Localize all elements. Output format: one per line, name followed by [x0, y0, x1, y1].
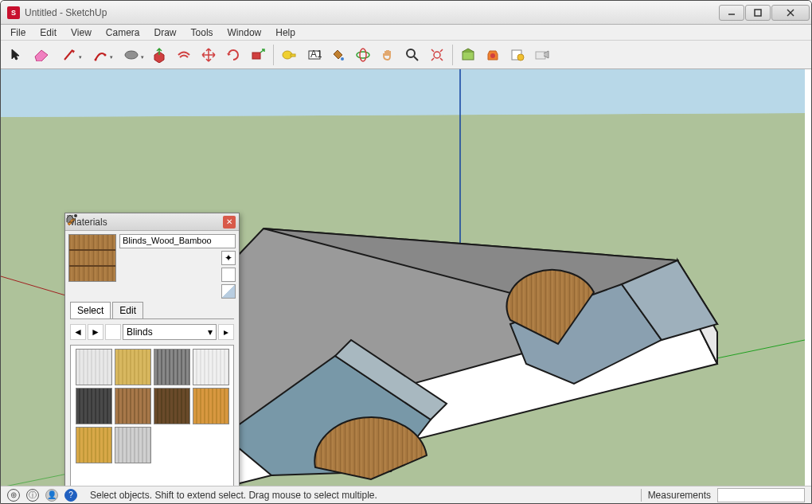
swatch-blinds-grey-slat[interactable]: [154, 349, 190, 385]
line-tool[interactable]: ▾: [55, 44, 84, 66]
svg-rect-45: [69, 249, 115, 251]
viewport-3d[interactable]: Materials ✕ Blinds_Wood_Bamboo ✦: [1, 69, 811, 486]
help-icon[interactable]: ?: [64, 489, 77, 502]
toolbar: ▾ ▾ ▾ A1: [1, 41, 811, 69]
svg-point-19: [490, 53, 495, 58]
panel-title-text: Materials: [68, 217, 223, 228]
svg-text:A1: A1: [310, 49, 322, 60]
swatch-blinds-bamboo-amber[interactable]: [193, 388, 229, 424]
library-select[interactable]: Blinds▾: [123, 324, 217, 340]
measurements-label: Measurements: [648, 490, 711, 501]
nav-home-button[interactable]: [105, 324, 121, 340]
toolbar-separator: [273, 45, 274, 65]
panel-titlebar[interactable]: Materials ✕: [65, 213, 239, 231]
material-swatches: [70, 345, 234, 486]
ext-warehouse-tool[interactable]: [482, 44, 504, 66]
menubar: File Edit View Camera Draw Tools Window …: [1, 25, 811, 41]
share-tool[interactable]: [531, 44, 553, 66]
close-button[interactable]: [771, 5, 810, 21]
menu-file[interactable]: File: [4, 25, 32, 40]
arc-tool[interactable]: ▾: [86, 44, 115, 66]
swatch-blinds-white-fine[interactable]: [193, 349, 229, 385]
titlebar: S Untitled - SketchUp: [1, 1, 811, 25]
swatch-blinds-horizontal-white[interactable]: [76, 349, 112, 385]
text-tool[interactable]: A1: [303, 44, 325, 66]
select-tool[interactable]: [6, 44, 28, 66]
app-window: S Untitled - SketchUp File Edit View Cam…: [0, 0, 812, 504]
dropdown-arrow-icon: ▾: [110, 54, 113, 61]
tape-tool[interactable]: [278, 44, 300, 66]
measurements-field[interactable]: [717, 488, 805, 502]
create-material-button[interactable]: ✦: [221, 251, 236, 265]
svg-point-17: [434, 52, 440, 58]
layout-tool[interactable]: [506, 44, 529, 66]
menu-camera[interactable]: Camera: [100, 25, 146, 40]
swatch-blinds-wood-medium[interactable]: [115, 388, 151, 424]
svg-point-14: [360, 49, 366, 61]
menu-view[interactable]: View: [64, 25, 98, 40]
materials-panel: Materials ✕ Blinds_Wood_Bamboo ✦: [64, 213, 240, 486]
material-preview-row: Blinds_Wood_Bamboo ✦: [65, 231, 239, 302]
minimize-button[interactable]: [719, 5, 744, 21]
material-preview[interactable]: [68, 234, 116, 282]
svg-rect-18: [463, 52, 474, 60]
nav-back-button[interactable]: ◄: [70, 324, 86, 340]
chevron-down-icon: ▾: [208, 326, 213, 338]
menu-tools[interactable]: Tools: [185, 25, 220, 40]
dropdown-arrow-icon: ▾: [141, 54, 144, 61]
tab-select[interactable]: Select: [70, 302, 111, 318]
svg-point-12: [341, 57, 344, 61]
menu-help[interactable]: Help: [269, 25, 302, 40]
swatch-blinds-wood-dark[interactable]: [154, 388, 190, 424]
paint-tool[interactable]: [327, 44, 349, 66]
statusbar-separator: [641, 489, 642, 502]
maximize-button[interactable]: [745, 5, 771, 21]
tab-edit[interactable]: Edit: [112, 302, 143, 318]
svg-line-16: [414, 57, 418, 61]
user-icon[interactable]: 👤: [45, 489, 58, 502]
scale-tool[interactable]: [247, 44, 269, 66]
materials-tabs: Select Edit: [70, 302, 234, 319]
toolbar-separator: [452, 45, 453, 65]
swatch-blinds-metal[interactable]: [115, 427, 151, 463]
set-default-button[interactable]: [221, 268, 236, 282]
zoomextents-tool[interactable]: [426, 44, 448, 66]
swatch-blinds-amber-stripe[interactable]: [76, 427, 112, 463]
default-material-swatch[interactable]: [221, 284, 236, 299]
app-icon: S: [7, 6, 20, 19]
menu-edit[interactable]: Edit: [33, 25, 63, 40]
pan-tool[interactable]: [377, 44, 399, 66]
status-hint: Select objects. Shift to extend select. …: [90, 490, 634, 501]
svg-marker-29: [1, 69, 805, 117]
orbit-tool[interactable]: [352, 44, 374, 66]
offset-tool[interactable]: [173, 44, 195, 66]
menu-draw[interactable]: Draw: [148, 25, 183, 40]
shape-tool[interactable]: ▾: [117, 44, 146, 66]
svg-rect-44: [69, 235, 115, 281]
svg-point-4: [95, 58, 97, 61]
window-title: Untitled - SketchUp: [25, 7, 719, 18]
material-name-field[interactable]: Blinds_Wood_Bamboo: [119, 234, 236, 248]
menu-window[interactable]: Window: [221, 25, 268, 40]
library-nav: ◄ ► Blinds▾ ▸: [65, 319, 239, 345]
window-controls: [719, 5, 810, 21]
svg-rect-9: [291, 54, 295, 57]
svg-rect-46: [69, 265, 115, 267]
dropdown-arrow-icon: ▾: [79, 54, 82, 61]
details-button[interactable]: ▸: [218, 324, 234, 340]
swatch-blinds-dark-slat[interactable]: [76, 388, 112, 424]
rotate-tool[interactable]: [222, 44, 244, 66]
nav-forward-button[interactable]: ►: [88, 324, 103, 340]
svg-rect-1: [755, 10, 761, 16]
svg-point-13: [357, 52, 369, 58]
eraser-tool[interactable]: [30, 44, 53, 66]
credits-icon[interactable]: ⓘ: [26, 489, 39, 502]
swatch-blinds-bamboo-light[interactable]: [115, 349, 151, 385]
zoom-tool[interactable]: [401, 44, 424, 66]
warehouse-tool[interactable]: [457, 44, 479, 66]
move-tool[interactable]: [197, 44, 220, 66]
geolocation-icon[interactable]: ⊕: [7, 489, 20, 502]
panel-close-button[interactable]: ✕: [223, 216, 236, 229]
pushpull-tool[interactable]: [148, 44, 170, 66]
svg-point-5: [104, 53, 107, 56]
